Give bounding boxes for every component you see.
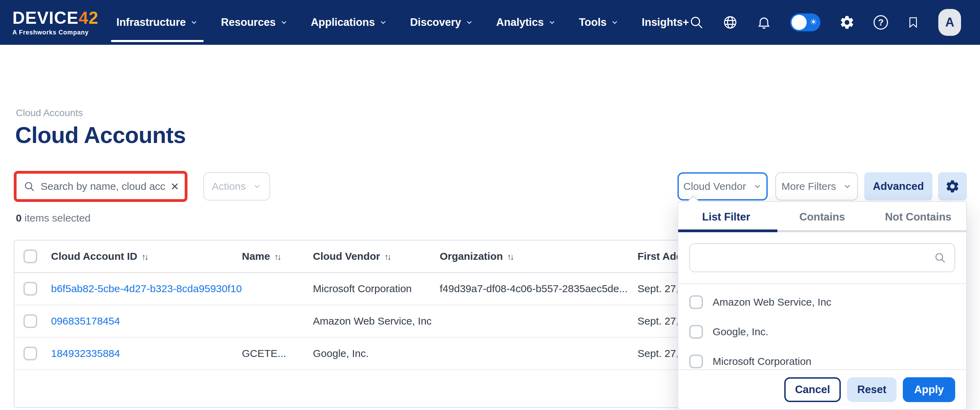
sort-icon[interactable]: ↑↓ bbox=[507, 252, 513, 262]
vendor-option-list: Amazon Web Service, Inc Google, Inc. Mic… bbox=[678, 284, 966, 376]
nav-item-tools[interactable]: Tools bbox=[579, 0, 619, 45]
column-header-organization[interactable]: Organization↑↓ bbox=[440, 251, 513, 262]
nav-item-insights[interactable]: Insights+ bbox=[642, 0, 689, 45]
search-field-highlighted: ✕ bbox=[14, 171, 188, 202]
gear-icon bbox=[945, 179, 960, 194]
chevron-down-icon bbox=[280, 18, 288, 27]
cloud-vendor-cell: Google, Inc. bbox=[313, 348, 369, 359]
cancel-button[interactable]: Cancel bbox=[784, 377, 841, 402]
chevron-down-icon bbox=[465, 18, 474, 27]
nav-item-resources[interactable]: Resources bbox=[221, 0, 288, 45]
column-header-name[interactable]: Name↑↓ bbox=[242, 251, 280, 262]
column-header-first-added[interactable]: First Add bbox=[638, 251, 682, 262]
logo-tagline: A Freshworks Company bbox=[13, 29, 99, 35]
name-cell: GCETE... bbox=[242, 348, 286, 359]
cloud-account-id-link[interactable]: 096835178454 bbox=[51, 315, 120, 327]
option-google[interactable]: Google, Inc. bbox=[689, 317, 955, 346]
actions-dropdown-button[interactable]: Actions bbox=[203, 172, 270, 200]
chevron-down-icon bbox=[843, 182, 852, 191]
user-avatar[interactable]: A bbox=[938, 9, 961, 36]
organization-cell: f49d39a7-df08-4c06-b557-2835aec5de... bbox=[440, 283, 627, 295]
gear-icon[interactable] bbox=[839, 14, 855, 30]
nav-item-analytics[interactable]: Analytics bbox=[496, 0, 556, 45]
chevron-down-icon bbox=[253, 182, 261, 191]
navbar-icon-group: ☀ ? A bbox=[689, 9, 961, 36]
sun-icon: ☀ bbox=[810, 17, 817, 27]
apply-button[interactable]: Apply bbox=[903, 377, 955, 402]
advanced-button[interactable]: Advanced bbox=[864, 172, 932, 200]
nav-item-applications[interactable]: Applications bbox=[311, 0, 387, 45]
help-icon[interactable]: ? bbox=[873, 15, 888, 30]
chevron-down-icon bbox=[548, 18, 556, 27]
filter-search-input[interactable] bbox=[690, 244, 955, 272]
sort-icon[interactable]: ↑↓ bbox=[274, 252, 280, 262]
chevron-down-icon bbox=[753, 182, 762, 191]
chevron-down-icon bbox=[190, 18, 198, 27]
cloud-account-id-link[interactable]: b6f5ab82-5cbe-4d27-b323-8cda95930f10 bbox=[51, 283, 242, 295]
checkbox[interactable] bbox=[689, 354, 703, 368]
row-checkbox[interactable] bbox=[24, 282, 37, 296]
tab-list-filter[interactable]: List Filter bbox=[678, 202, 774, 232]
logo-wordmark: DEVICE42 bbox=[13, 9, 99, 27]
option-amazon-web-service[interactable]: Amazon Web Service, Inc bbox=[689, 288, 955, 317]
table-settings-button[interactable] bbox=[938, 172, 967, 200]
checkbox[interactable] bbox=[689, 325, 703, 338]
more-filters-button[interactable]: More Filters bbox=[775, 172, 858, 200]
filter-search-field bbox=[689, 243, 955, 272]
app-window: DEVICE42 A Freshworks Company Infrastruc… bbox=[0, 0, 980, 410]
checkbox[interactable] bbox=[689, 295, 703, 309]
nav-item-infrastructure[interactable]: Infrastructure bbox=[116, 0, 199, 45]
cloud-account-id-link[interactable]: 184932335884 bbox=[51, 348, 120, 359]
cloud-vendor-cell: Microsoft Corporation bbox=[313, 283, 412, 295]
toggle-knob-icon bbox=[792, 15, 807, 30]
column-header-cloud-vendor[interactable]: Cloud Vendor↑↓ bbox=[313, 251, 390, 262]
chevron-down-icon bbox=[611, 18, 619, 27]
search-input[interactable] bbox=[41, 181, 165, 192]
clear-search-icon[interactable]: ✕ bbox=[170, 181, 179, 192]
theme-toggle[interactable]: ☀ bbox=[790, 13, 821, 31]
column-header-cloud-account-id[interactable]: Cloud Account ID↑↓ bbox=[51, 251, 148, 262]
bookmark-icon[interactable] bbox=[907, 15, 920, 30]
search-icon bbox=[934, 251, 946, 264]
main-menu: Infrastructure Resources Applications Di… bbox=[116, 0, 689, 45]
row-checkbox[interactable] bbox=[24, 314, 37, 328]
active-tab-indicator bbox=[678, 229, 777, 232]
cloud-vendor-filter-panel: List Filter Contains Not Contains Amazon… bbox=[678, 201, 967, 410]
tab-not-contains[interactable]: Not Contains bbox=[870, 202, 966, 232]
search-icon[interactable] bbox=[689, 15, 704, 30]
selection-status: 0 items selected bbox=[16, 212, 91, 224]
reset-button[interactable]: Reset bbox=[847, 377, 897, 402]
page-title: Cloud Accounts bbox=[15, 122, 186, 148]
panel-footer: Cancel Reset Apply bbox=[678, 369, 966, 409]
breadcrumb[interactable]: Cloud Accounts bbox=[16, 108, 83, 119]
sort-icon[interactable]: ↑↓ bbox=[142, 252, 148, 262]
row-checkbox[interactable] bbox=[24, 346, 37, 361]
chevron-down-icon bbox=[379, 18, 387, 27]
bell-icon[interactable] bbox=[756, 15, 772, 30]
globe-icon[interactable] bbox=[722, 15, 738, 30]
cloud-vendor-cell: Amazon Web Service, Inc bbox=[313, 315, 432, 327]
select-all-checkbox[interactable] bbox=[24, 249, 37, 263]
top-navbar: DEVICE42 A Freshworks Company Infrastruc… bbox=[0, 0, 980, 45]
sort-icon[interactable]: ↑↓ bbox=[384, 252, 390, 262]
main-content: Cloud Accounts Cloud Accounts ✕ Actions … bbox=[0, 45, 980, 410]
nav-item-discovery[interactable]: Discovery bbox=[410, 0, 474, 45]
search-icon bbox=[24, 181, 35, 192]
cloud-vendor-filter-button[interactable]: Cloud Vendor bbox=[678, 172, 768, 200]
device42-logo[interactable]: DEVICE42 A Freshworks Company bbox=[13, 9, 99, 35]
tab-contains[interactable]: Contains bbox=[774, 202, 870, 232]
filter-tabs: List Filter Contains Not Contains bbox=[678, 202, 966, 232]
